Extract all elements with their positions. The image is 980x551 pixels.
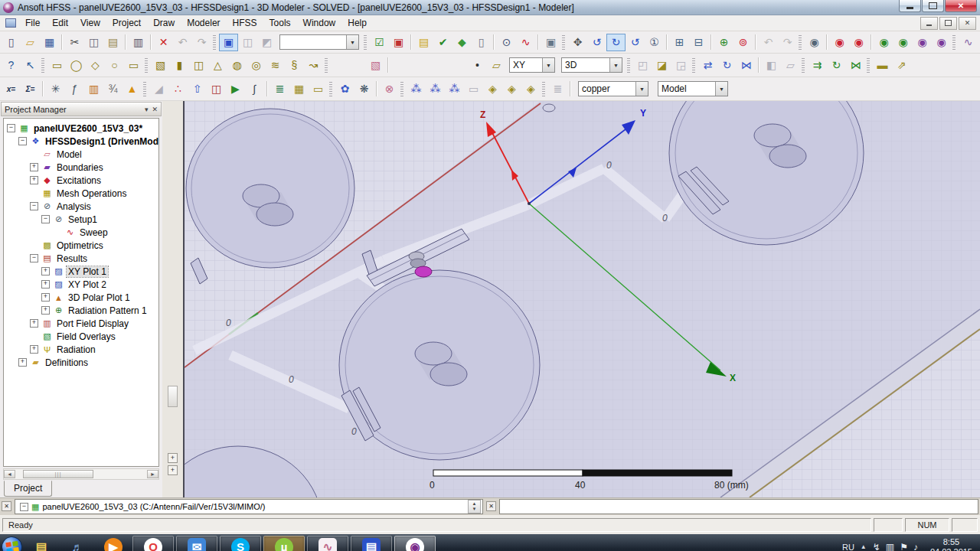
taskbar-clock[interactable]: 8:55 04.02.2015	[924, 537, 972, 551]
field-calculator[interactable]: ∫	[245, 80, 264, 98]
duplicate-mirror[interactable]: ⋈	[846, 57, 865, 74]
radiation-setup[interactable]: ✿	[335, 80, 354, 98]
tree-item-setup1[interactable]: −⊘Setup1	[4, 213, 158, 226]
rotate-around-screen[interactable]: ↺	[626, 34, 645, 51]
menu-edit[interactable]: Edit	[46, 16, 74, 30]
pan[interactable]: ✥	[568, 34, 587, 51]
project-tree-hscrollbar[interactable]: ◄ ||| ►	[3, 468, 159, 480]
show-hidden-eye[interactable]: ◉	[805, 34, 824, 51]
tree-item-radiation-pattern-1[interactable]: +⊕Radiation Pattern 1	[4, 304, 158, 317]
draw-helix[interactable]: §	[285, 57, 304, 74]
tree-item-field-overlays[interactable]: ▧Field Overlays	[4, 330, 158, 343]
zoom-out-rect[interactable]: ⊟	[689, 34, 708, 51]
fit-all[interactable]: ⊚	[733, 34, 753, 51]
show-selection-eye[interactable]: ◉	[849, 34, 868, 51]
tree-item-excitations[interactable]: +◆Excitations	[4, 174, 158, 187]
collapse-icon[interactable]: −	[41, 215, 50, 223]
collapse-icon[interactable]: −	[7, 124, 15, 132]
expand-icon[interactable]: +	[41, 293, 50, 302]
assign-mesh-operation[interactable]: ◫	[207, 80, 226, 98]
collapse-icon[interactable]: −	[30, 254, 38, 262]
draw-plane[interactable]: ▱	[487, 57, 506, 74]
draw-ellipse[interactable]: ○	[105, 57, 124, 74]
plot-mesh-2[interactable]: ◈	[502, 80, 521, 98]
solution-data[interactable]: ▤	[414, 34, 433, 51]
zoom-search[interactable]: ⊙	[497, 34, 516, 51]
hide-objects-eye[interactable]: ◉	[874, 34, 893, 51]
expand-icon[interactable]: +	[30, 319, 38, 328]
expand-icon[interactable]: +	[30, 176, 38, 184]
optimetrics-setup[interactable]: ✳	[46, 80, 65, 98]
opera-icon[interactable]: O	[132, 536, 174, 551]
new-file[interactable]: ▯	[2, 34, 21, 51]
mail-icon[interactable]: ✉	[176, 536, 217, 551]
menu-file[interactable]: File	[19, 16, 46, 30]
dropdown-arrow-icon[interactable]: ▼	[346, 35, 358, 49]
language-indicator[interactable]: RU	[842, 543, 854, 551]
expand-icon[interactable]: +	[18, 358, 27, 367]
create-open-region[interactable]: ▦	[289, 80, 309, 98]
tray-chevron-icon[interactable]: ▲	[861, 543, 867, 550]
rotate-around-model[interactable]: ↻	[606, 34, 626, 51]
save[interactable]: ▦	[40, 34, 59, 51]
draw-circle[interactable]: ◯	[67, 57, 86, 74]
tree-item-hfssdesign1-drivenmod[interactable]: −❖HFSSDesign1 (DrivenMod	[4, 135, 158, 148]
expand-icon[interactable]: +	[30, 345, 38, 354]
expand-icon[interactable]: +	[41, 306, 50, 315]
boolean-subtract[interactable]: ◪	[652, 57, 671, 74]
project-manager-header[interactable]: Project Manager ▾ ✕	[1, 102, 162, 116]
tree-item-sweep[interactable]: ∿Sweep	[4, 226, 158, 239]
expand-history-tree-button[interactable]: +	[168, 453, 178, 463]
explorer-icon[interactable]: ▤	[24, 536, 58, 551]
draw-cylinder[interactable]: ▮	[170, 57, 189, 74]
tree-item-port-field-display[interactable]: +▥Port Field Display	[4, 317, 158, 330]
help-topics[interactable]: ?	[2, 57, 21, 74]
create-report[interactable]: ▥	[84, 80, 103, 98]
dropdown-arrow-icon[interactable]: ▼	[635, 82, 648, 96]
plot-mesh-1[interactable]: ◈	[483, 80, 502, 98]
draw-rectangle[interactable]: ▭	[47, 57, 67, 74]
expand-history-tree-button-2[interactable]: +	[168, 465, 178, 475]
output-variables[interactable]: ƒ	[65, 80, 84, 98]
material-combo[interactable]: copper▼	[578, 81, 648, 96]
results-plot[interactable]: ∿	[516, 34, 535, 51]
media-player-icon[interactable]: ▶	[96, 536, 130, 551]
cst-icon[interactable]: ∿	[307, 536, 348, 551]
tree-item-paneluve2600-15v3-03[interactable]: −▦panelUVE2600_15V3_03*	[4, 122, 158, 135]
validate[interactable]: ☑	[370, 34, 389, 51]
thicken-sheet[interactable]: ▬	[873, 57, 892, 74]
power-plug-icon[interactable]: ↯	[873, 542, 880, 551]
menu-draw[interactable]: Draw	[147, 16, 181, 30]
menu-view[interactable]: View	[74, 16, 106, 30]
cut[interactable]: ✂	[65, 34, 84, 51]
splitter-scroll-thumb[interactable]	[168, 386, 178, 407]
tree-item-results[interactable]: −▤Results	[4, 252, 158, 265]
menu-modeler[interactable]: Modeler	[181, 16, 226, 30]
model-combo[interactable]: Model▼	[658, 81, 728, 96]
draw-cone[interactable]: △	[208, 57, 227, 74]
model-export[interactable]: ▭	[309, 80, 328, 98]
mdi-close-button[interactable]: ✕	[959, 17, 976, 30]
close-button[interactable]: ✕	[945, 0, 977, 12]
collapse-icon[interactable]: −	[18, 137, 27, 145]
draw-box[interactable]: ▧	[151, 57, 170, 74]
delete[interactable]: ✕	[154, 34, 173, 51]
network-icon[interactable]: ▥	[886, 542, 894, 551]
validation-check[interactable]: ✔	[433, 34, 452, 51]
progress-window-close-icon[interactable]: ✕	[486, 501, 496, 511]
panel-menu-icon[interactable]: ▾	[145, 106, 149, 113]
tab-project[interactable]: Project	[4, 481, 52, 497]
menu-window[interactable]: Window	[297, 16, 342, 30]
copy[interactable]: ◫	[84, 34, 103, 51]
mdi-child-icon[interactable]	[5, 18, 16, 28]
assign-material[interactable]: ∴	[168, 80, 188, 98]
show-objects-eye[interactable]: ◉	[893, 34, 913, 51]
tree-item-optimetrics[interactable]: ▩Optimetrics	[4, 239, 158, 252]
menu-hfss[interactable]: HFSS	[227, 16, 263, 30]
duplicate-around-axis[interactable]: ↻	[827, 57, 846, 74]
solve-ports-only[interactable]: ▶	[226, 80, 245, 98]
dropdown-arrow-icon[interactable]: ▼	[715, 82, 727, 96]
hide-fields-eye[interactable]: ◉	[913, 34, 932, 51]
move[interactable]: ⇄	[698, 57, 717, 74]
menu-help[interactable]: Help	[341, 16, 373, 30]
